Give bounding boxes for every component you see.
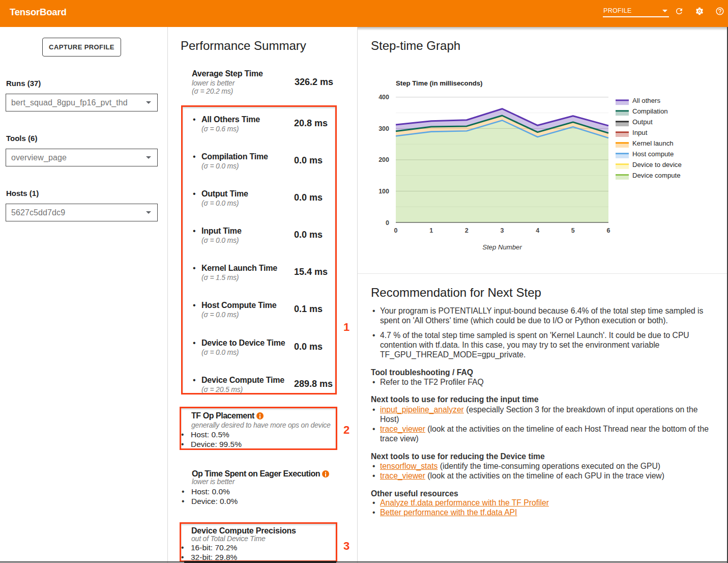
svg-text:All others: All others bbox=[632, 97, 660, 104]
svg-text:Device compute: Device compute bbox=[632, 172, 681, 179]
svg-text:1: 1 bbox=[429, 227, 433, 234]
svg-text:Step Number: Step Number bbox=[482, 243, 522, 251]
svg-text:0: 0 bbox=[386, 219, 389, 227]
svg-text:100: 100 bbox=[378, 188, 389, 195]
svg-text:Device to device: Device to device bbox=[632, 161, 682, 168]
svg-text:300: 300 bbox=[378, 125, 389, 132]
svg-text:3: 3 bbox=[501, 227, 504, 234]
svg-text:4: 4 bbox=[536, 227, 539, 234]
svg-text:2: 2 bbox=[465, 227, 469, 234]
svg-text:Kernel launch: Kernel launch bbox=[632, 139, 674, 147]
svg-text:200: 200 bbox=[378, 156, 389, 163]
svg-text:5: 5 bbox=[571, 227, 575, 234]
svg-text:400: 400 bbox=[378, 94, 389, 101]
svg-text:Step Time (in milliseconds): Step Time (in milliseconds) bbox=[396, 79, 483, 87]
svg-text:Compilation: Compilation bbox=[632, 107, 668, 115]
svg-text:6: 6 bbox=[607, 227, 610, 234]
svg-text:Output: Output bbox=[632, 118, 653, 126]
svg-text:Host compute: Host compute bbox=[632, 150, 674, 158]
svg-text:Input: Input bbox=[632, 129, 648, 136]
svg-text:0: 0 bbox=[394, 227, 398, 234]
